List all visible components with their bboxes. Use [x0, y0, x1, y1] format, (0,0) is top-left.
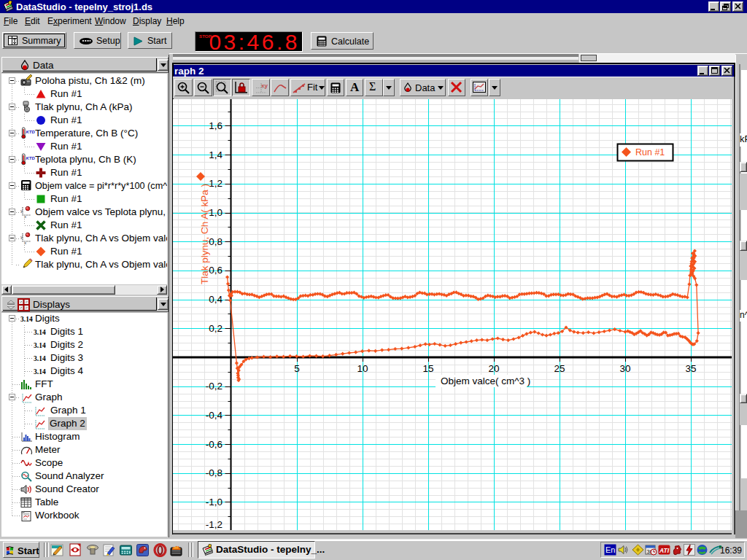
svg-text:3.14: 3.14 [34, 329, 46, 336]
svg-text:xy: xy [261, 82, 268, 89]
svg-text:-0,8: -0,8 [206, 467, 222, 478]
svg-text:KTD: KTD [26, 156, 36, 160]
svg-text:Run #1: Run #1 [635, 147, 665, 158]
svg-text:0,6: 0,6 [209, 265, 222, 276]
svg-text:En: En [605, 545, 615, 554]
svg-text:KTD: KTD [26, 130, 36, 134]
svg-text:1,6: 1,6 [209, 120, 222, 131]
svg-text:Objem valce( cm^3 ): Objem valce( cm^3 ) [441, 376, 530, 386]
svg-text:0,2: 0,2 [209, 323, 222, 334]
svg-text:3.14: 3.14 [34, 342, 46, 349]
svg-text:-0,2: -0,2 [206, 381, 222, 392]
svg-text:20: 20 [488, 363, 499, 374]
svg-text:0,4: 0,4 [209, 294, 222, 305]
svg-text:25: 25 [554, 363, 565, 374]
svg-text:ATI: ATI [659, 547, 670, 554]
svg-text:3.14: 3.14 [34, 355, 46, 362]
svg-text:1,0: 1,0 [209, 207, 222, 218]
svg-text:-1,2: -1,2 [206, 519, 222, 530]
svg-text:30: 30 [619, 363, 630, 374]
svg-text:3.14: 3.14 [20, 316, 33, 323]
svg-text:x: x [24, 241, 26, 245]
svg-text:-1,0: -1,0 [206, 497, 222, 508]
svg-text:1,2: 1,2 [209, 178, 222, 189]
svg-text:1,4: 1,4 [209, 149, 222, 160]
svg-text:-0,4: -0,4 [206, 410, 223, 421]
svg-text:Tlak plynu, Ch A( kPa ): Tlak plynu, Ch A( kPa ) [199, 184, 210, 284]
svg-text:x: x [24, 214, 26, 219]
svg-text:10: 10 [357, 363, 368, 374]
svg-text:y: y [20, 209, 23, 213]
svg-text:y: y [20, 235, 23, 239]
svg-text:5: 5 [294, 363, 300, 374]
svg-text:3.14: 3.14 [34, 368, 46, 376]
svg-text:-0,6: -0,6 [206, 439, 222, 450]
svg-text:0,8: 0,8 [209, 236, 222, 247]
svg-text:35: 35 [685, 363, 696, 374]
svg-text:15: 15 [422, 363, 433, 374]
